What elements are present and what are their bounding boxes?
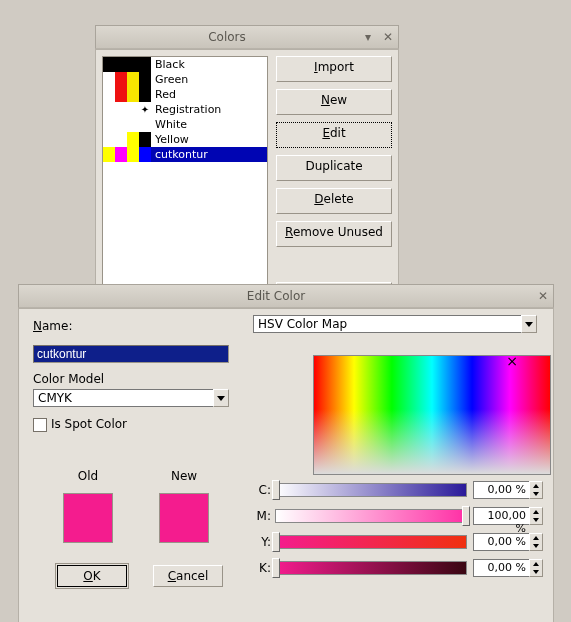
cmyk-sliders: C:0,00 %M:100,00 %Y:0,00 %K:0,00 %	[253, 481, 543, 585]
swatch-icon	[127, 87, 139, 102]
channel-spinbox[interactable]: 100,00 %	[473, 507, 543, 525]
color-list-item[interactable]: cutkontur	[103, 147, 267, 162]
color-name: Yellow	[151, 133, 189, 146]
edit-cancel-button[interactable]: Cancel	[153, 565, 223, 587]
spin-up-icon[interactable]	[530, 482, 542, 490]
swatch-icon	[139, 57, 151, 72]
colors-title: Colors	[96, 30, 358, 44]
channel-value[interactable]: 0,00 %	[473, 481, 529, 499]
colors-titlebar[interactable]: Colors ▾ ✕	[95, 25, 399, 49]
channel-label: Y:	[253, 535, 271, 549]
spin-down-icon[interactable]	[530, 490, 542, 498]
swatch-icon	[127, 132, 139, 147]
color-model-value: CMYK	[33, 389, 213, 407]
swatch-icon	[103, 147, 115, 162]
swatch-icon	[127, 117, 139, 132]
spin-down-icon[interactable]	[530, 542, 542, 550]
edit-titlebar[interactable]: Edit Color ✕	[18, 284, 554, 308]
new-color-swatch	[159, 493, 209, 543]
old-color-swatch	[63, 493, 113, 543]
name-label: Name:	[33, 319, 72, 333]
channel-label: M:	[253, 509, 271, 523]
swatch-icon	[103, 117, 115, 132]
edit-close-button[interactable]: ✕	[535, 288, 551, 304]
channel-spinbox[interactable]: 0,00 %	[473, 559, 543, 577]
registration-icon: ✦	[139, 102, 151, 117]
import-button[interactable]: Import	[276, 56, 392, 82]
swatch-icon	[103, 57, 115, 72]
color-list-item[interactable]: Yellow	[103, 132, 267, 147]
color-list-item[interactable]: Green	[103, 72, 267, 87]
color-list[interactable]: BlackGreenRed✦RegistrationWhiteYellowcut…	[102, 56, 268, 302]
spin-down-icon[interactable]	[530, 516, 542, 524]
duplicate-button[interactable]: Duplicate	[276, 155, 392, 181]
channel-value[interactable]: 0,00 %	[473, 559, 529, 577]
remove-unused-button[interactable]: Remove Unused	[276, 221, 392, 247]
dropdown-icon[interactable]	[521, 315, 537, 333]
swatch-icon	[103, 87, 115, 102]
swatch-icon	[103, 72, 115, 87]
old-color-label: Old	[63, 469, 113, 483]
color-model-label: Color Model	[33, 372, 104, 386]
color-name: Registration	[151, 103, 221, 116]
color-list-item[interactable]: White	[103, 117, 267, 132]
swatch-icon	[127, 72, 139, 87]
edit-title: Edit Color	[19, 289, 533, 303]
edit-button[interactable]: Edit	[276, 122, 392, 148]
swatch-icon	[115, 72, 127, 87]
hsv-color-map[interactable]: ×	[313, 355, 551, 475]
new-button[interactable]: New	[276, 89, 392, 115]
color-name: Black	[151, 58, 185, 71]
channel-spinbox[interactable]: 0,00 %	[473, 481, 543, 499]
delete-button[interactable]: Delete	[276, 188, 392, 214]
channel-value[interactable]: 0,00 %	[473, 533, 529, 551]
color-name: cutkontur	[151, 148, 208, 161]
channel-label: K:	[253, 561, 271, 575]
color-list-item[interactable]: Black	[103, 57, 267, 72]
shade-button[interactable]: ▾	[360, 29, 376, 45]
channel-slider[interactable]	[275, 535, 467, 549]
spin-up-icon[interactable]	[530, 508, 542, 516]
swatch-icon	[139, 87, 151, 102]
color-name: White	[151, 118, 187, 131]
edit-color-dialog: Edit Color ✕ Name: HSV Color Map Color M…	[18, 284, 554, 622]
spot-color-checkbox[interactable]: Is Spot Color	[33, 417, 127, 432]
channel-value[interactable]: 100,00 %	[473, 507, 529, 525]
swatch-icon	[115, 147, 127, 162]
color-map-value: HSV Color Map	[253, 315, 521, 333]
swatch-icon	[127, 57, 139, 72]
color-list-item[interactable]: ✦Registration	[103, 102, 267, 117]
dropdown-icon[interactable]	[213, 389, 229, 407]
slider-thumb[interactable]	[272, 480, 280, 500]
swatch-icon	[115, 57, 127, 72]
spin-up-icon[interactable]	[530, 560, 542, 568]
channel-slider[interactable]	[275, 561, 467, 575]
colors-dialog: Colors ▾ ✕ BlackGreenRed✦RegistrationWhi…	[95, 25, 399, 315]
close-button[interactable]: ✕	[380, 29, 396, 45]
spin-down-icon[interactable]	[530, 568, 542, 576]
spot-color-label: Is Spot Color	[51, 417, 127, 431]
swatch-icon	[115, 87, 127, 102]
swatch-icon	[127, 147, 139, 162]
color-name: Red	[151, 88, 176, 101]
color-cursor-icon: ×	[506, 357, 518, 365]
color-list-item[interactable]: Red	[103, 87, 267, 102]
new-color-label: New	[159, 469, 209, 483]
color-model-select[interactable]: CMYK	[33, 389, 229, 407]
channel-slider[interactable]	[275, 483, 467, 497]
spin-up-icon[interactable]	[530, 534, 542, 542]
swatch-icon	[115, 117, 127, 132]
swatch-icon	[139, 72, 151, 87]
color-map-select[interactable]: HSV Color Map	[253, 315, 537, 333]
swatch-icon	[139, 117, 151, 132]
name-input[interactable]	[33, 345, 229, 363]
swatch-icon	[103, 132, 115, 147]
channel-slider[interactable]	[275, 509, 467, 523]
slider-thumb[interactable]	[272, 558, 280, 578]
slider-thumb[interactable]	[272, 532, 280, 552]
swatch-icon	[139, 147, 151, 162]
channel-spinbox[interactable]: 0,00 %	[473, 533, 543, 551]
color-name: Green	[151, 73, 188, 86]
slider-thumb[interactable]	[462, 506, 470, 526]
edit-ok-button[interactable]: OK	[57, 565, 127, 587]
